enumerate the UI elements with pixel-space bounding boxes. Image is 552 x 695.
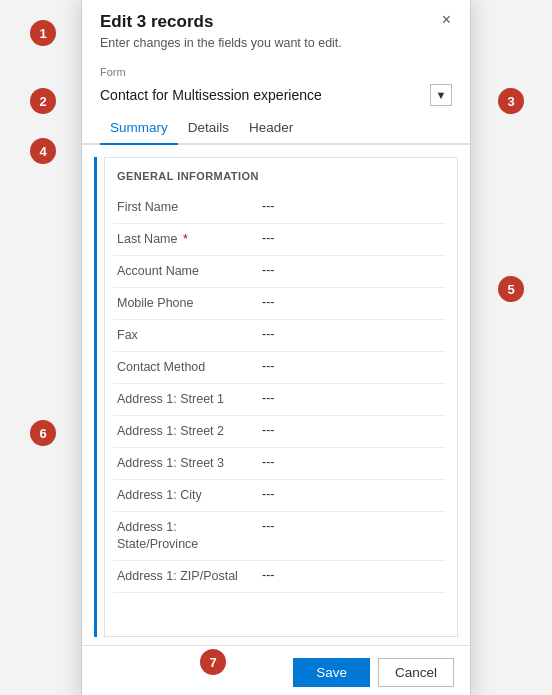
form-name-row: Contact for Multisession experience ▼ [82, 80, 470, 114]
annotation-3: 3 [498, 88, 524, 114]
field-value-city: --- [262, 487, 441, 501]
field-value-lastname: --- [262, 231, 441, 245]
form-label: Form [82, 60, 470, 80]
save-button[interactable]: Save [293, 658, 370, 687]
left-border-indicator [94, 157, 100, 637]
cancel-button[interactable]: Cancel [378, 658, 454, 687]
section-title: GENERAL INFORMATION [113, 170, 445, 182]
tab-header[interactable]: Header [239, 114, 303, 145]
close-button[interactable]: × [437, 10, 456, 30]
tab-summary[interactable]: Summary [100, 114, 178, 145]
field-label-accountname: Account Name [117, 263, 262, 280]
field-label-mobilephone: Mobile Phone [117, 295, 262, 312]
field-value-street2: --- [262, 423, 441, 437]
dialog-header: Edit 3 records Enter changes in the fiel… [82, 0, 470, 60]
field-label-street1: Address 1: Street 1 [117, 391, 262, 408]
field-label-lastname: Last Name * [117, 231, 262, 248]
field-value-zip: --- [262, 568, 441, 582]
annotation-5: 5 [498, 276, 524, 302]
content-area: GENERAL INFORMATION First Name --- Last … [82, 145, 470, 637]
dialog-title: Edit 3 records [100, 12, 452, 32]
field-value-accountname: --- [262, 263, 441, 277]
dialog-footer: Save Cancel [82, 645, 470, 695]
field-value-contactmethod: --- [262, 359, 441, 373]
field-label-city: Address 1: City [117, 487, 262, 504]
field-value-state: --- [262, 519, 441, 533]
field-row-street1: Address 1: Street 1 --- [113, 384, 445, 416]
dialog: Edit 3 records Enter changes in the fiel… [81, 0, 471, 695]
field-label-street2: Address 1: Street 2 [117, 423, 262, 440]
required-indicator-lastname: * [179, 232, 187, 246]
field-row-firstname: First Name --- [113, 192, 445, 224]
field-row-mobilephone: Mobile Phone --- [113, 288, 445, 320]
field-value-mobilephone: --- [262, 295, 441, 309]
field-value-fax: --- [262, 327, 441, 341]
dialog-subtitle: Enter changes in the fields you want to … [100, 36, 452, 50]
field-row-fax: Fax --- [113, 320, 445, 352]
field-row-street2: Address 1: Street 2 --- [113, 416, 445, 448]
field-label-contactmethod: Contact Method [117, 359, 262, 376]
field-label-street3: Address 1: Street 3 [117, 455, 262, 472]
annotation-4: 4 [30, 138, 56, 164]
annotation-2: 2 [30, 88, 56, 114]
field-label-fax: Fax [117, 327, 262, 344]
field-label-firstname: First Name [117, 199, 262, 216]
field-row-city: Address 1: City --- [113, 480, 445, 512]
field-row-lastname: Last Name * --- [113, 224, 445, 256]
field-label-zip: Address 1: ZIP/Postal [117, 568, 262, 585]
field-value-street3: --- [262, 455, 441, 469]
field-row-street3: Address 1: Street 3 --- [113, 448, 445, 480]
form-selector-button[interactable]: ▼ [430, 84, 452, 106]
form-name: Contact for Multisession experience [100, 87, 422, 103]
tabs-bar: Summary Details Header [82, 114, 470, 145]
field-row-zip: Address 1: ZIP/Postal --- [113, 561, 445, 593]
annotation-6: 6 [30, 420, 56, 446]
field-value-street1: --- [262, 391, 441, 405]
field-value-firstname: --- [262, 199, 441, 213]
tab-details[interactable]: Details [178, 114, 239, 145]
field-label-state: Address 1: State/Province [117, 519, 262, 553]
field-row-contactmethod: Contact Method --- [113, 352, 445, 384]
form-content: GENERAL INFORMATION First Name --- Last … [104, 157, 458, 637]
field-row-state: Address 1: State/Province --- [113, 512, 445, 561]
field-row-accountname: Account Name --- [113, 256, 445, 288]
annotation-1: 1 [30, 20, 56, 46]
